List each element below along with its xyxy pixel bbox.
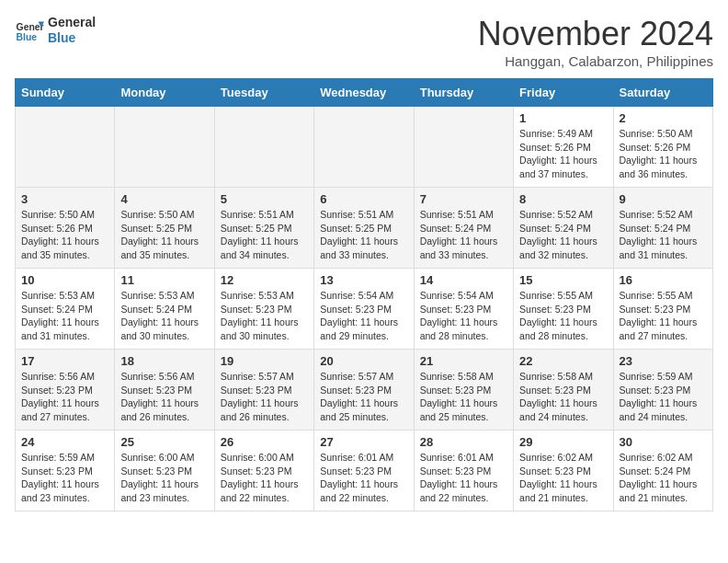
day-info: Sunrise: 5:56 AMSunset: 5:23 PMDaylight:… — [120, 370, 208, 424]
day-info: Sunrise: 5:58 AMSunset: 5:23 PMDaylight:… — [420, 370, 507, 424]
calendar-cell: 12Sunrise: 5:53 AMSunset: 5:23 PMDayligh… — [214, 269, 313, 350]
day-info: Sunrise: 5:57 AMSunset: 5:23 PMDaylight:… — [320, 370, 407, 424]
day-info: Sunrise: 5:53 AMSunset: 5:24 PMDaylight:… — [120, 289, 208, 343]
weekday-header: Friday — [514, 79, 613, 107]
day-info: Sunrise: 5:51 AMSunset: 5:24 PMDaylight:… — [420, 208, 507, 262]
day-info: Sunrise: 5:52 AMSunset: 5:24 PMDaylight:… — [620, 208, 707, 262]
day-info: Sunrise: 6:02 AMSunset: 5:23 PMDaylight:… — [519, 451, 607, 505]
day-number: 1 — [519, 111, 607, 125]
calendar-cell: 22Sunrise: 5:58 AMSunset: 5:23 PMDayligh… — [514, 350, 613, 431]
day-info: Sunrise: 5:53 AMSunset: 5:23 PMDaylight:… — [221, 289, 308, 343]
calendar-week-row: 17Sunrise: 5:56 AMSunset: 5:23 PMDayligh… — [16, 350, 713, 431]
calendar-cell: 8Sunrise: 5:52 AMSunset: 5:24 PMDaylight… — [514, 188, 613, 269]
day-info: Sunrise: 5:50 AMSunset: 5:25 PMDaylight:… — [120, 208, 208, 262]
weekday-header: Thursday — [414, 79, 513, 107]
weekday-header: Wednesday — [314, 79, 414, 107]
calendar-cell: 4Sunrise: 5:50 AMSunset: 5:25 PMDaylight… — [115, 188, 214, 269]
calendar-cell — [314, 107, 414, 188]
day-number: 18 — [120, 354, 208, 368]
calendar-week-row: 24Sunrise: 5:59 AMSunset: 5:23 PMDayligh… — [16, 431, 713, 511]
day-info: Sunrise: 6:02 AMSunset: 5:24 PMDaylight:… — [620, 451, 707, 505]
calendar-cell: 9Sunrise: 5:52 AMSunset: 5:24 PMDaylight… — [613, 188, 712, 269]
calendar-week-row: 3Sunrise: 5:50 AMSunset: 5:26 PMDaylight… — [16, 188, 713, 269]
day-number: 8 — [519, 192, 607, 206]
day-info: Sunrise: 5:58 AMSunset: 5:23 PMDaylight:… — [519, 370, 607, 424]
day-info: Sunrise: 5:50 AMSunset: 5:26 PMDaylight:… — [21, 208, 108, 262]
day-number: 27 — [320, 435, 407, 449]
calendar-cell — [214, 107, 313, 188]
calendar-cell: 29Sunrise: 6:02 AMSunset: 5:23 PMDayligh… — [514, 431, 613, 511]
weekday-header: Sunday — [16, 79, 115, 107]
calendar-cell: 10Sunrise: 5:53 AMSunset: 5:24 PMDayligh… — [16, 269, 115, 350]
calendar-cell: 16Sunrise: 5:55 AMSunset: 5:23 PMDayligh… — [613, 269, 712, 350]
weekday-header: Monday — [115, 79, 214, 107]
day-number: 3 — [21, 192, 108, 206]
calendar-cell — [414, 107, 513, 188]
calendar-cell: 26Sunrise: 6:00 AMSunset: 5:23 PMDayligh… — [214, 431, 313, 511]
day-info: Sunrise: 5:54 AMSunset: 5:23 PMDaylight:… — [320, 289, 407, 343]
day-number: 19 — [221, 354, 308, 368]
page-header: General Blue General Blue November 2024 … — [15, 15, 713, 69]
calendar-cell: 6Sunrise: 5:51 AMSunset: 5:25 PMDaylight… — [314, 188, 414, 269]
day-info: Sunrise: 5:53 AMSunset: 5:24 PMDaylight:… — [21, 289, 108, 343]
day-number: 26 — [221, 435, 308, 449]
day-info: Sunrise: 5:56 AMSunset: 5:23 PMDaylight:… — [21, 370, 108, 424]
calendar-week-row: 1Sunrise: 5:49 AMSunset: 5:26 PMDaylight… — [16, 107, 713, 188]
day-info: Sunrise: 5:51 AMSunset: 5:25 PMDaylight:… — [320, 208, 407, 262]
title-block: November 2024 Hanggan, Calabarzon, Phili… — [478, 15, 713, 69]
day-number: 6 — [320, 192, 407, 206]
day-info: Sunrise: 6:01 AMSunset: 5:23 PMDaylight:… — [320, 451, 407, 505]
weekday-header-row: SundayMondayTuesdayWednesdayThursdayFrid… — [16, 79, 713, 107]
calendar-cell: 28Sunrise: 6:01 AMSunset: 5:23 PMDayligh… — [414, 431, 513, 511]
day-number: 23 — [620, 354, 707, 368]
calendar-cell: 30Sunrise: 6:02 AMSunset: 5:24 PMDayligh… — [613, 431, 712, 511]
logo-icon: General Blue — [15, 16, 44, 45]
day-info: Sunrise: 6:00 AMSunset: 5:23 PMDaylight:… — [221, 451, 308, 505]
calendar-cell: 20Sunrise: 5:57 AMSunset: 5:23 PMDayligh… — [314, 350, 414, 431]
calendar-cell: 24Sunrise: 5:59 AMSunset: 5:23 PMDayligh… — [16, 431, 115, 511]
day-number: 21 — [420, 354, 507, 368]
month-title: November 2024 — [478, 15, 713, 53]
day-info: Sunrise: 5:52 AMSunset: 5:24 PMDaylight:… — [519, 208, 607, 262]
logo-general: General — [48, 15, 96, 30]
location: Hanggan, Calabarzon, Philippines — [478, 53, 713, 69]
calendar-cell: 17Sunrise: 5:56 AMSunset: 5:23 PMDayligh… — [16, 350, 115, 431]
day-info: Sunrise: 6:00 AMSunset: 5:23 PMDaylight:… — [120, 451, 208, 505]
day-number: 5 — [221, 192, 308, 206]
calendar-cell: 23Sunrise: 5:59 AMSunset: 5:23 PMDayligh… — [613, 350, 712, 431]
day-number: 29 — [519, 435, 607, 449]
calendar-cell: 13Sunrise: 5:54 AMSunset: 5:23 PMDayligh… — [314, 269, 414, 350]
calendar-cell: 1Sunrise: 5:49 AMSunset: 5:26 PMDaylight… — [514, 107, 613, 188]
day-number: 12 — [221, 273, 308, 287]
calendar-cell: 11Sunrise: 5:53 AMSunset: 5:24 PMDayligh… — [115, 269, 214, 350]
calendar-cell: 7Sunrise: 5:51 AMSunset: 5:24 PMDaylight… — [414, 188, 513, 269]
calendar-cell: 3Sunrise: 5:50 AMSunset: 5:26 PMDaylight… — [16, 188, 115, 269]
day-number: 28 — [420, 435, 507, 449]
day-info: Sunrise: 5:50 AMSunset: 5:26 PMDaylight:… — [620, 127, 707, 181]
day-info: Sunrise: 6:01 AMSunset: 5:23 PMDaylight:… — [420, 451, 507, 505]
calendar-week-row: 10Sunrise: 5:53 AMSunset: 5:24 PMDayligh… — [16, 269, 713, 350]
day-info: Sunrise: 5:54 AMSunset: 5:23 PMDaylight:… — [420, 289, 507, 343]
day-number: 15 — [519, 273, 607, 287]
calendar-cell: 15Sunrise: 5:55 AMSunset: 5:23 PMDayligh… — [514, 269, 613, 350]
day-number: 22 — [519, 354, 607, 368]
day-info: Sunrise: 5:57 AMSunset: 5:23 PMDaylight:… — [221, 370, 308, 424]
calendar-cell: 18Sunrise: 5:56 AMSunset: 5:23 PMDayligh… — [115, 350, 214, 431]
day-info: Sunrise: 5:55 AMSunset: 5:23 PMDaylight:… — [620, 289, 707, 343]
calendar-cell: 27Sunrise: 6:01 AMSunset: 5:23 PMDayligh… — [314, 431, 414, 511]
day-number: 13 — [320, 273, 407, 287]
day-number: 2 — [620, 111, 707, 125]
day-number: 24 — [21, 435, 108, 449]
day-number: 16 — [620, 273, 707, 287]
day-number: 20 — [320, 354, 407, 368]
day-info: Sunrise: 5:49 AMSunset: 5:26 PMDaylight:… — [519, 127, 607, 181]
logo: General Blue General Blue — [15, 15, 96, 46]
calendar-cell: 19Sunrise: 5:57 AMSunset: 5:23 PMDayligh… — [214, 350, 313, 431]
calendar-cell: 25Sunrise: 6:00 AMSunset: 5:23 PMDayligh… — [115, 431, 214, 511]
calendar-table: SundayMondayTuesdayWednesdayThursdayFrid… — [15, 78, 713, 511]
calendar-cell: 14Sunrise: 5:54 AMSunset: 5:23 PMDayligh… — [414, 269, 513, 350]
day-info: Sunrise: 5:59 AMSunset: 5:23 PMDaylight:… — [21, 451, 108, 505]
day-number: 30 — [620, 435, 707, 449]
day-number: 25 — [120, 435, 208, 449]
logo-blue: Blue — [48, 30, 96, 46]
